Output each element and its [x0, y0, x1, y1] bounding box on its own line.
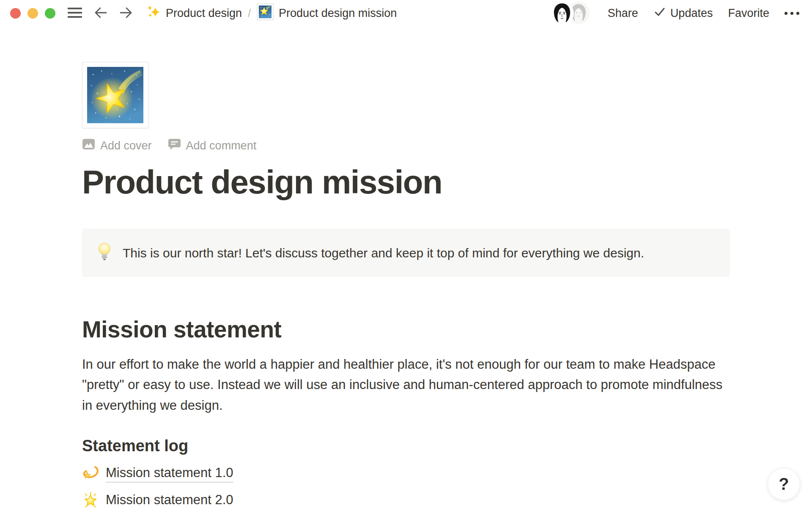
updates-button[interactable]: Updates: [653, 6, 713, 21]
callout-text: This is our north star! Let's discuss to…: [123, 243, 644, 262]
page-icon[interactable]: [82, 62, 148, 128]
breadcrumb-item-product-design[interactable]: Product design: [147, 5, 242, 22]
picture-icon: [82, 138, 95, 154]
breadcrumb-label: Product design mission: [279, 7, 397, 20]
sidebar-menu-button[interactable]: [67, 6, 82, 20]
collaborator-avatars[interactable]: [550, 1, 591, 25]
mission-statement-heading[interactable]: Mission statement: [82, 316, 730, 343]
breadcrumb-item-product-design-mission[interactable]: Product design mission: [257, 3, 397, 23]
minimize-window-button[interactable]: [27, 8, 38, 19]
avatar: [550, 1, 574, 27]
add-comment-button[interactable]: Add comment: [168, 138, 257, 154]
favorite-button[interactable]: Favorite: [728, 7, 769, 20]
page-actions-row: Add cover Add comment: [82, 138, 730, 154]
glowing-star-icon: [82, 491, 99, 508]
shooting-star-image-icon: [87, 67, 143, 123]
updates-label: Updates: [670, 7, 713, 20]
back-button[interactable]: [93, 6, 108, 21]
page-link-mission-statement-2-0[interactable]: Mission statement 2.0: [82, 491, 233, 508]
forward-button[interactable]: [119, 6, 133, 21]
page-link-label: Mission statement 1.0: [106, 465, 233, 483]
breadcrumb-label: Product design: [166, 7, 242, 20]
shooting-star-page-icon: [257, 3, 274, 23]
hamburger-icon: [67, 6, 82, 20]
callout-block[interactable]: This is our north star! Let's discuss to…: [82, 229, 730, 277]
close-window-button[interactable]: [10, 8, 21, 19]
statement-log-links: Mission statement 1.0 Mission statement …: [82, 464, 730, 508]
breadcrumb: Product design / Product design mission: [147, 3, 397, 23]
breadcrumb-separator: /: [247, 7, 252, 19]
mission-statement-body[interactable]: In our effort to make the world a happie…: [82, 354, 730, 416]
page-content: Add cover Add comment Product design mis…: [82, 62, 730, 508]
zoom-window-button[interactable]: [45, 8, 55, 19]
arrow-right-icon: [119, 6, 133, 21]
sparkles-icon: [147, 5, 161, 22]
favorite-label: Favorite: [728, 7, 769, 20]
page-link-mission-statement-1-0[interactable]: Mission statement 1.0: [82, 464, 233, 483]
add-cover-label: Add cover: [100, 139, 152, 152]
titlebar-actions: Share Updates Favorite: [608, 6, 799, 21]
share-label: Share: [608, 7, 638, 20]
more-options-button[interactable]: [785, 12, 799, 15]
ellipsis-icon: [785, 12, 799, 15]
dizzy-icon: [82, 464, 99, 483]
add-cover-button[interactable]: Add cover: [82, 138, 152, 154]
add-comment-label: Add comment: [186, 139, 257, 152]
light-bulb-icon: [98, 243, 111, 263]
page-link-label: Mission statement 2.0: [106, 492, 233, 508]
statement-log-heading[interactable]: Statement log: [82, 437, 730, 455]
comment-icon: [168, 138, 181, 154]
question-mark-icon: ?: [779, 475, 789, 494]
window-titlebar: Product design / Product design mission: [0, 0, 812, 26]
checkmark-icon: [653, 6, 666, 21]
traffic-lights: [10, 8, 55, 19]
share-button[interactable]: Share: [608, 7, 638, 20]
page-title[interactable]: Product design mission: [82, 163, 730, 202]
arrow-left-icon: [93, 6, 108, 21]
help-button[interactable]: ?: [768, 468, 800, 500]
